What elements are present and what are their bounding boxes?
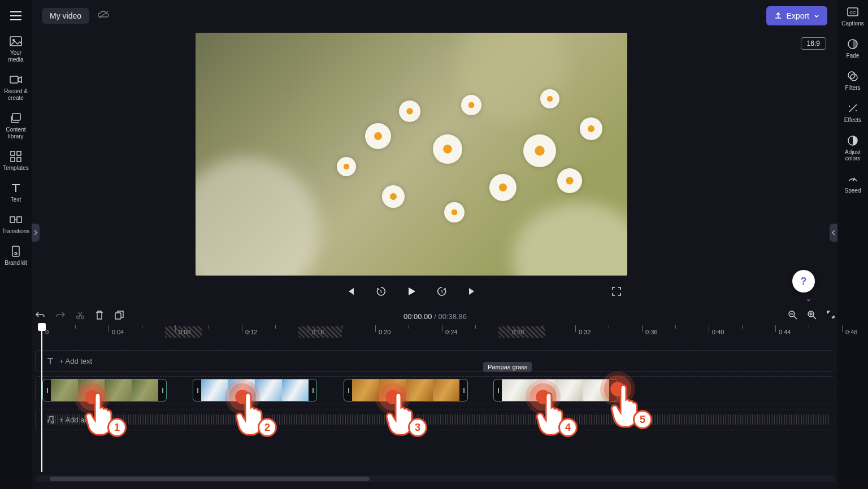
ruler-minor-tick — [809, 325, 809, 329]
svg-rect-12 — [17, 217, 21, 222]
left-rail: Your media Record & create Content libra… — [0, 0, 32, 489]
zoom-in-button[interactable] — [807, 310, 817, 322]
right-item-label: Fade — [847, 53, 860, 59]
rewind-5-button[interactable]: 5 — [374, 284, 388, 299]
sidebar-item-transitions[interactable]: Transitions — [0, 213, 32, 235]
skip-forward-button[interactable] — [465, 284, 480, 299]
timeline-ruler[interactable]: 00:040:080:120:160:200:240:280:320:360:4… — [35, 325, 835, 341]
timeline-toolbar: 00:00.00 / 00:38.86 — [35, 308, 835, 324]
ruler-minor-tick — [75, 325, 76, 329]
sidebar-item-label: Content library — [2, 126, 30, 140]
sidebar-item-brand[interactable]: Brand kit — [0, 245, 32, 267]
ruler-minor-tick — [275, 325, 276, 329]
undo-button[interactable] — [35, 311, 45, 322]
ruler-tick — [242, 325, 242, 332]
clip-thumbnails — [352, 379, 459, 401]
expand-left-panel-button[interactable] — [32, 224, 40, 242]
svg-rect-5 — [10, 76, 18, 83]
ruler-minor-tick — [475, 325, 476, 329]
playhead[interactable] — [41, 325, 42, 472]
sidebar-item-label: Transitions — [2, 228, 30, 235]
preview-canvas[interactable] — [196, 33, 627, 276]
fit-timeline-button[interactable] — [826, 310, 835, 322]
video-clip[interactable]: |||| — [493, 379, 618, 401]
delete-button[interactable] — [95, 310, 104, 322]
ruler-drop-zone — [298, 326, 342, 338]
sidebar-item-label: Record & create — [2, 88, 30, 102]
ruler-tick — [842, 325, 843, 332]
right-item-label: Speed — [845, 187, 861, 194]
ruler-tick — [442, 325, 442, 332]
zoom-out-button[interactable] — [788, 310, 798, 322]
sidebar-item-record[interactable]: Record & create — [0, 73, 32, 102]
fade-icon — [845, 38, 861, 50]
right-item-fade[interactable]: Fade — [837, 38, 868, 59]
media-icon — [8, 35, 24, 47]
sidebar-item-content[interactable]: Content library — [0, 112, 32, 140]
ruler-drop-zone — [498, 326, 545, 338]
sidebar-item-label: Brand kit — [5, 260, 27, 267]
svg-rect-10 — [17, 158, 21, 161]
video-clip[interactable]: |||| — [344, 379, 468, 401]
right-item-speed[interactable]: Speed — [837, 173, 868, 194]
filters-icon — [845, 70, 861, 82]
grid-icon — [8, 150, 24, 163]
ruler-drop-zone — [165, 326, 202, 338]
svg-rect-27 — [115, 313, 121, 319]
text-icon — [8, 182, 24, 194]
captions-icon: CC — [845, 6, 861, 18]
duplicate-button[interactable] — [114, 310, 124, 322]
right-item-captions[interactable]: CC Captions — [837, 6, 868, 27]
redo-button[interactable] — [55, 311, 66, 322]
ruler-tick-label: 0:04 — [112, 329, 124, 335]
sidebar-item-media[interactable]: Your media — [0, 35, 32, 63]
split-button[interactable] — [76, 311, 85, 322]
text-track[interactable]: + Add text — [35, 350, 835, 372]
fullscreen-button[interactable] — [609, 284, 624, 299]
clip-handle-right[interactable]: || — [158, 379, 166, 401]
skip-back-button[interactable] — [343, 284, 358, 299]
clip-handle-left[interactable]: || — [43, 379, 51, 401]
aspect-ratio-button[interactable]: 16:9 — [801, 37, 826, 50]
sidebar-item-text[interactable]: Text — [0, 182, 32, 203]
right-item-adjust[interactable]: Adjust colors — [837, 134, 868, 161]
preview-area — [196, 33, 627, 276]
right-item-label: Captions — [841, 20, 863, 27]
expand-right-panel-button[interactable] — [830, 224, 837, 242]
transitions-icon — [8, 213, 24, 226]
menu-button[interactable] — [7, 7, 25, 25]
effects-icon — [845, 102, 861, 115]
help-button[interactable]: ? — [792, 270, 815, 292]
right-item-effects[interactable]: Effects — [837, 102, 868, 123]
play-button[interactable] — [404, 284, 419, 299]
forward-5-button[interactable]: 5 — [435, 284, 449, 299]
timeline-scrollbar[interactable] — [35, 475, 835, 482]
add-text-placeholder[interactable]: + Add text — [46, 356, 92, 365]
clip-handle-left[interactable]: || — [344, 379, 352, 401]
clip-thumbnails — [502, 379, 609, 401]
audio-waveform — [46, 414, 829, 425]
contrast-icon — [845, 134, 861, 147]
audio-track[interactable]: + Add au — [35, 409, 835, 430]
video-track[interactable]: Pampas grass |||||||||||||||| — [35, 376, 835, 404]
ruler-tick-label: 0:24 — [445, 329, 457, 335]
clip-handle-right[interactable]: || — [309, 379, 316, 401]
video-clip[interactable]: |||| — [193, 379, 317, 401]
right-item-filters[interactable]: Filters — [837, 70, 868, 91]
svg-point-25 — [77, 316, 80, 319]
clip-handle-left[interactable]: || — [494, 379, 502, 401]
right-rail: CC Captions Fade Filters Effects Adjust … — [837, 0, 868, 489]
export-button[interactable]: Export — [766, 6, 827, 25]
clip-tooltip: Pampas grass — [483, 362, 532, 372]
project-title[interactable]: My video — [42, 8, 89, 24]
chevron-down-icon — [814, 11, 819, 20]
video-clip[interactable]: |||| — [42, 379, 167, 401]
ruler-minor-tick — [609, 325, 609, 329]
clip-handle-left[interactable]: || — [193, 379, 201, 401]
sidebar-item-templates[interactable]: Templates — [0, 150, 32, 172]
help-menu-chevron[interactable]: ⌄ — [806, 295, 811, 303]
clip-handle-right[interactable]: || — [459, 379, 467, 401]
timeline-tracks: + Add text Pampas grass ||||||||||||||||… — [35, 350, 835, 435]
clip-handle-right[interactable]: || — [609, 379, 617, 401]
svg-point-26 — [81, 316, 84, 319]
